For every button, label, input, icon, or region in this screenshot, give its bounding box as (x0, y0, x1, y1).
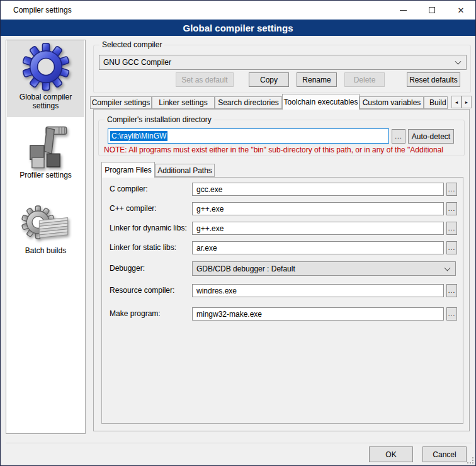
tab-scroll-left-button[interactable]: ◄ (451, 96, 462, 108)
reset-defaults-button[interactable]: Reset defaults (407, 72, 460, 87)
caliper-icon (7, 122, 84, 169)
make-program-browse-button[interactable]: ... (446, 307, 457, 321)
set-as-default-button[interactable]: Set as default (176, 72, 234, 87)
cancel-button[interactable]: Cancel (422, 446, 467, 462)
copy-label: Copy (260, 76, 278, 84)
delete-label: Delete (354, 76, 376, 84)
tab-compiler-settings[interactable]: Compiler settings (90, 96, 152, 109)
linker-dynamic-browse-button[interactable]: ... (446, 222, 457, 235)
debugger-label: Debugger: (110, 264, 145, 273)
gray-gear-stack-icon (7, 205, 84, 244)
sidebar-item-label: Batch builds (7, 246, 84, 255)
selected-compiler-value: GNU GCC Compiler (103, 58, 171, 67)
resize-grip[interactable] (467, 457, 473, 463)
tab-toolchain-executables[interactable]: Toolchain executables (282, 94, 360, 110)
rename-button[interactable]: Rename (297, 72, 337, 87)
delete-button[interactable]: Delete (344, 72, 385, 87)
debugger-value: GDB/CDB debugger : Default (196, 264, 295, 273)
sidebar-item-global-compiler-settings[interactable]: Global compiler settings (7, 40, 84, 117)
tab-label: Build (429, 98, 446, 107)
ellipsis-icon: ... (448, 244, 455, 251)
resource-compiler-input[interactable] (192, 284, 444, 297)
minimize-icon (400, 10, 407, 11)
window-title: Compiler settings (13, 6, 72, 14)
minimize-button[interactable] (388, 1, 417, 20)
c-compiler-label: C compiler: (110, 185, 148, 193)
chevron-down-icon (455, 59, 462, 65)
installation-directory-group-label: Compiler's installation directory (105, 115, 214, 124)
make-program-input[interactable] (192, 307, 444, 321)
tab-scroll-right-button[interactable]: ► (462, 96, 472, 108)
cpp-compiler-label: C++ compiler: (110, 204, 157, 213)
c-compiler-input[interactable] (192, 183, 444, 196)
sidebar-item-label: Profiler settings (7, 171, 84, 179)
tab-search-directories[interactable]: Search directories (215, 96, 282, 109)
linker-dynamic-label: Linker for dynamic libs: (110, 224, 187, 232)
footer-divider (6, 443, 472, 443)
tab-label: Toolchain executables (283, 98, 358, 106)
close-icon: ✕ (458, 6, 465, 14)
blue-gear-icon (7, 43, 84, 91)
cpp-compiler-input[interactable] (192, 202, 444, 215)
ellipsis-icon: ... (395, 133, 402, 140)
tab-label: Compiler settings (92, 98, 150, 107)
sidebar-item-label: Global compiler settings (7, 93, 84, 110)
arrow-right-icon: ► (465, 100, 469, 105)
resource-compiler-browse-button[interactable]: ... (446, 284, 457, 297)
copy-button[interactable]: Copy (249, 72, 289, 87)
c-compiler-browse-button[interactable]: ... (446, 183, 457, 196)
settings-sidebar: Global compiler settings Profiler settin… (6, 40, 86, 434)
subtab-additional-paths[interactable]: Additional Paths (155, 164, 215, 177)
title-bar[interactable]: Compiler settings ✕ (1, 1, 475, 20)
resource-compiler-label: Resource compiler: (110, 286, 174, 295)
arrow-left-icon: ◄ (455, 100, 459, 105)
tab-custom-variables[interactable]: Custom variables (360, 96, 424, 109)
dialog-header: Global compiler settings (1, 20, 475, 36)
subtab-label: Additional Paths (157, 166, 212, 175)
installation-directory-input[interactable]: C:\raylib\MinGW (108, 128, 389, 144)
ellipsis-icon: ... (448, 186, 455, 193)
tab-build-options[interactable]: Build (424, 96, 448, 109)
auto-detect-button[interactable]: Auto-detect (408, 129, 454, 144)
linker-dynamic-input[interactable] (192, 222, 444, 235)
debugger-combo[interactable]: GDB/CDB debugger : Default (192, 261, 456, 276)
ok-button[interactable]: OK (369, 446, 413, 462)
subtab-label: Program Files (105, 166, 152, 174)
maximize-icon (429, 7, 435, 13)
rename-label: Rename (302, 76, 331, 84)
sidebar-item-batch-builds[interactable]: Batch builds (7, 203, 84, 261)
ellipsis-icon: ... (448, 310, 455, 317)
installation-directory-browse-button[interactable]: ... (392, 129, 405, 144)
tab-linker-settings[interactable]: Linker settings (152, 96, 215, 109)
dialog-header-title: Global compiler settings (183, 23, 293, 33)
reset-defaults-label: Reset defaults (409, 76, 458, 84)
cpp-compiler-browse-button[interactable]: ... (446, 202, 457, 215)
compiler-settings-dialog: Compiler settings ✕ Global compiler sett… (0, 0, 476, 466)
close-button[interactable]: ✕ (446, 1, 475, 20)
selected-compiler-group-label: Selected compiler (99, 40, 164, 49)
note-text: NOTE: All programs must exist either in … (104, 145, 465, 154)
linker-static-browse-button[interactable]: ... (446, 241, 457, 254)
tab-label: Linker settings (159, 98, 207, 107)
make-program-label: Make program: (110, 309, 161, 318)
tab-label: Search directories (218, 98, 279, 107)
linker-static-input[interactable] (192, 241, 444, 254)
ok-label: OK (385, 450, 396, 459)
tab-label: Custom variables (363, 98, 421, 107)
ellipsis-icon: ... (448, 205, 455, 212)
maximize-button[interactable] (417, 1, 446, 20)
auto-detect-label: Auto-detect (412, 132, 450, 141)
subtab-program-files[interactable]: Program Files (101, 162, 155, 178)
linker-static-label: Linker for static libs: (110, 243, 176, 252)
sidebar-item-profiler-settings[interactable]: Profiler settings (7, 121, 84, 184)
installation-directory-value: C:\raylib\MinGW (110, 131, 167, 141)
set-as-default-label: Set as default (181, 76, 227, 84)
selected-compiler-combo[interactable]: GNU GCC Compiler (99, 55, 467, 70)
ellipsis-icon: ... (448, 287, 455, 294)
cancel-label: Cancel (433, 450, 456, 459)
ellipsis-icon: ... (448, 225, 455, 232)
program-files-page: C compiler: ... C++ compiler: ... Linker… (101, 177, 463, 424)
chevron-down-icon (445, 264, 451, 271)
